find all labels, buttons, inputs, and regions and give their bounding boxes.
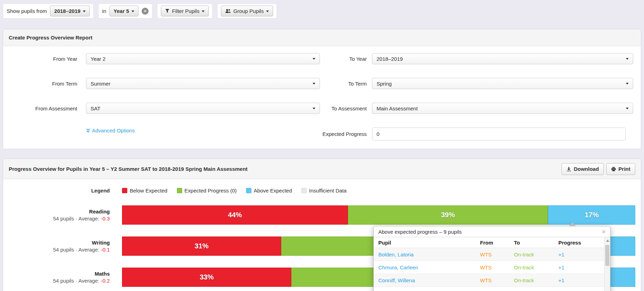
app-page: Show pupils from 2018–2019 in Year 5 ✕ F… [0,0,644,291]
filter-pupils-group: Filter Pupils [157,3,213,19]
expected-progress-input[interactable] [372,128,626,140]
in-group: in Year 5 ✕ [98,3,152,19]
bar-segment-red[interactable]: 44% [122,205,348,225]
in-label: in [102,8,106,14]
expected-progress-label: Expected Progress [322,131,367,137]
col-pupil: Pupil [374,240,475,246]
subject-label: Writing [3,240,110,246]
create-report-title: Create Progress Overview Report [3,29,641,46]
to-grade: On-track [509,264,554,270]
filter-funnel-icon [165,9,170,13]
remove-filter-icon[interactable]: ✕ [142,8,149,15]
row-label: Maths54 pupils · Average: -0.2 [3,271,122,284]
chevron-down-icon [83,10,86,12]
popup-close-icon[interactable]: × [602,229,606,235]
legend-items: Below ExpectedExpected Progress (0)Above… [122,188,346,194]
year-group-dropdown[interactable]: Year 5 [109,6,138,16]
col-progress: Progress [554,240,604,246]
to-term-select[interactable]: Spring [372,78,633,89]
group-pupils-button[interactable]: Group Pupils [221,6,273,16]
double-chevron-down-icon [86,128,90,133]
pupil-row: Dulude, BrantEXSGt. Depth+1 [374,287,604,291]
legend-item: Expected Progress (0) [177,188,237,194]
bar-segment-red[interactable]: 33% [122,268,291,287]
download-button[interactable]: Download [561,163,604,175]
progress-value: +1 [554,264,604,270]
chevron-down-icon [626,58,629,60]
chevron-down-icon [202,10,205,12]
row-label: Writing54 pupils · Average: -0.1 [3,240,122,253]
chevron-down-icon [626,83,629,85]
popup-scrollbar[interactable] [604,237,610,291]
print-button[interactable]: Print [606,163,635,175]
subject-label: Maths [3,271,110,277]
people-group-icon [225,9,231,13]
chevron-down-icon [131,10,134,12]
to-grade: On-track [509,252,554,257]
to-assessment-select[interactable]: Main Assessment [372,103,633,114]
advanced-options-link[interactable]: Advanced Options [86,128,135,133]
legend-swatch-icon [177,188,182,193]
bar-segment-green[interactable]: 39% [348,205,548,225]
pupil-name-link[interactable]: Bolden, Latoria [374,252,475,257]
pupil-row: Bolden, LatoriaWTSOn-track+1 [374,248,604,261]
from-assessment-value: SAT [91,106,313,111]
show-pupils-from-label: Show pupils from [7,8,47,14]
popup-table-header: Pupil From To Progress [374,237,604,248]
legend-swatch-icon [122,188,127,193]
col-from: From [475,240,509,246]
chevron-down-icon [626,108,629,109]
average-value: -0.1 [101,247,110,253]
from-assessment-select[interactable]: SAT [86,103,320,114]
bar-segment-red[interactable]: 31% [122,237,281,256]
pupil-name-link[interactable]: Conniff, Willena [374,277,475,283]
row-label: Reading54 pupils · Average: -0.3 [3,209,122,221]
legend-item: Below Expected [122,188,167,194]
from-year-value: Year 2 [91,56,313,62]
download-label: Download [574,166,599,172]
row-meta: 54 pupils · Average: -0.3 [3,216,110,221]
to-year-label: To Year [322,56,367,62]
from-term-label: From Term [9,81,77,87]
progress-value: +1 [554,252,604,257]
academic-year-dropdown[interactable]: 2018–2019 [50,6,90,16]
from-term-select[interactable]: Summer [86,78,320,89]
pupil-name-link[interactable]: Chmura, Carleen [374,264,475,270]
average-value: -0.3 [101,216,110,221]
popup-table: Pupil From To Progress Bolden, LatoriaWT… [374,237,610,291]
chevron-down-icon [313,108,315,109]
pupil-row: Chmura, CarleenWTSOn-track+1 [374,261,604,274]
row-meta: 54 pupils · Average: -0.1 [3,247,110,253]
filter-toolbar: Show pupils from 2018–2019 in Year 5 ✕ F… [0,0,644,19]
from-grade: WTS [475,252,509,257]
scroll-up-icon[interactable] [606,240,609,242]
legend-swatch-icon [301,188,307,193]
scrollbar-thumb[interactable] [605,245,609,266]
legend-item-label: Expected Progress (0) [185,188,237,194]
legend-swatch-icon [246,188,251,193]
popup-arrow [568,223,576,226]
progress-row-reading: Reading54 pupils · Average: -0.344%39%17… [3,205,641,225]
from-year-select[interactable]: Year 2 [86,53,320,64]
chevron-down-icon [313,58,315,60]
filter-pupils-button[interactable]: Filter Pupils [161,6,209,16]
from-year-label: From Year [9,56,77,62]
create-report-form: From Year Year 2 From Term Summer From A… [3,46,641,149]
above-expected-popup: Above expected progress – 9 pupils × Pup… [373,226,610,291]
create-report-panel: Create Progress Overview Report From Yea… [3,29,641,149]
to-year-select[interactable]: 2018–2019 [372,53,633,64]
from-grade: WTS [475,264,509,270]
group-pupils-group: Group Pupils [217,3,277,19]
to-assessment-value: Main Assessment [377,106,626,111]
print-icon [611,167,616,172]
legend-item: Above Expected [246,188,292,194]
popup-title: Above expected progress – 9 pupils [378,229,461,235]
bar-segment-blue[interactable]: 17% [548,205,635,225]
filter-pupils-label: Filter Pupils [172,8,199,14]
legend-item-label: Insufficient Data [309,188,346,194]
print-label: Print [618,166,630,172]
academic-year-value: 2018–2019 [54,8,80,14]
progress-overview-title: Progress Overview for Pupils in Year 5 –… [9,166,248,172]
year-group-value: Year 5 [114,8,129,14]
col-to: To [509,240,554,246]
